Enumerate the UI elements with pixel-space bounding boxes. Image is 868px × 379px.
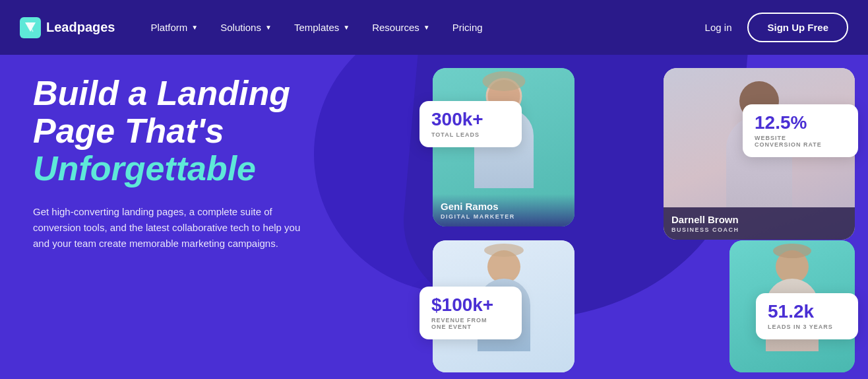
person-overlay-geni: Geni Ramos DIGITAL MARKETER (433, 194, 574, 226)
nav-item-solutions[interactable]: Solutions ▼ (211, 17, 281, 38)
hero-subtext: Get high-converting landing pages, a com… (33, 204, 310, 252)
stat-card-leads: 300k+ TOTAL LEADS (419, 101, 522, 147)
stat-label-leads: TOTAL LEADS (431, 131, 510, 138)
hero-text-block: Build a Landing Page That's Unforgettabl… (33, 75, 363, 252)
person-name-darnell: Darnell Brown (671, 214, 847, 225)
person-card-geni: Geni Ramos DIGITAL MARKETER (433, 68, 574, 226)
chevron-down-icon: ▼ (343, 24, 350, 31)
hero-section: Build a Landing Page That's Unforgettabl… (0, 55, 868, 379)
chevron-down-icon: ▼ (423, 24, 430, 31)
person-overlay-darnell: Darnell Brown BUSINESS COACH (664, 207, 855, 240)
person-title-darnell: BUSINESS COACH (671, 226, 847, 233)
stat-label-revenue: REVENUE FROMONE EVENT (431, 317, 510, 330)
brand-logo[interactable]: Leadpages (20, 17, 115, 38)
stat-value-revenue: $100k+ (431, 296, 510, 314)
login-link[interactable]: Log in (705, 22, 732, 33)
stat-value-conversion: 12.5% (755, 114, 846, 132)
stat-label-years-leads: LEADS IN 3 YEARS (768, 324, 846, 330)
nav-item-platform[interactable]: Platform ▼ (141, 17, 207, 38)
chevron-down-icon: ▼ (191, 24, 198, 31)
person-name-geni: Geni Ramos (441, 201, 567, 212)
navbar: Leadpages Platform ▼ Solutions ▼ Templat… (0, 0, 868, 55)
chevron-down-icon: ▼ (265, 24, 272, 31)
nav-right: Log in Sign Up Free (705, 13, 848, 42)
cards-area: Geni Ramos DIGITAL MARKETER Darnell Brow… (380, 55, 868, 379)
nav-item-resources[interactable]: Resources ▼ (363, 17, 439, 38)
nav-links: Platform ▼ Solutions ▼ Templates ▼ Resou… (141, 17, 704, 38)
hero-headline: Build a Landing Page That's Unforgettabl… (33, 75, 363, 188)
stat-label-conversion: WEBSITECONVERSION RATE (755, 135, 846, 148)
nav-item-pricing[interactable]: Pricing (443, 17, 492, 38)
stat-card-conversion: 12.5% WEBSITECONVERSION RATE (743, 104, 858, 157)
brand-name: Leadpages (46, 20, 115, 35)
stat-value-leads: 300k+ (431, 110, 510, 129)
stat-card-years-leads: 51.2k LEADS IN 3 YEARS (756, 293, 858, 339)
person-title-geni: DIGITAL MARKETER (441, 213, 567, 220)
stat-value-years-leads: 51.2k (768, 302, 846, 321)
signup-button[interactable]: Sign Up Free (747, 13, 848, 42)
nav-item-templates[interactable]: Templates ▼ (285, 17, 359, 38)
stat-card-revenue: $100k+ REVENUE FROMONE EVENT (419, 287, 522, 339)
